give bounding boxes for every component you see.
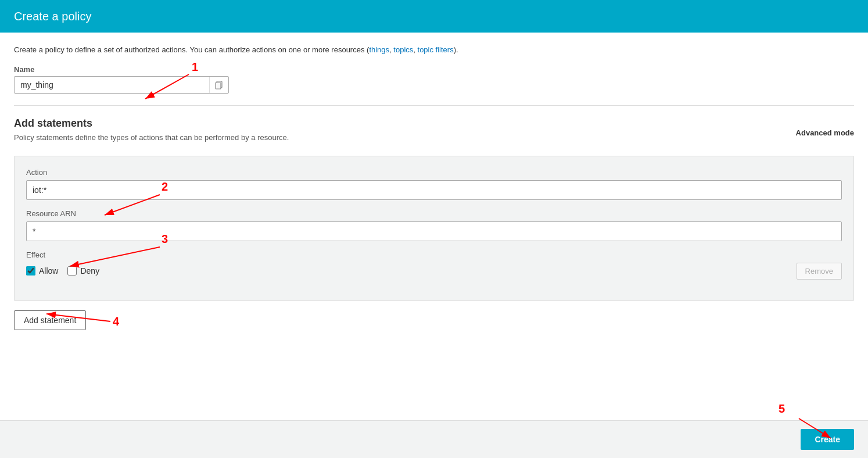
allow-checkbox[interactable] xyxy=(26,266,35,275)
page-header: Create a policy xyxy=(0,0,868,33)
main-content: Create a policy to define a set of autho… xyxy=(0,33,868,351)
add-statement-button[interactable]: Add statement xyxy=(14,310,86,330)
effect-label: Effect xyxy=(26,251,842,259)
name-field-group: Name xyxy=(14,65,854,94)
action-field-group: Action xyxy=(26,168,842,200)
allow-checkbox-label[interactable]: Allow xyxy=(26,266,58,275)
description-text: Create a policy to define a set of autho… xyxy=(14,44,854,56)
effect-row: Allow Deny Remove xyxy=(26,263,842,280)
svg-text:5: 5 xyxy=(779,402,785,415)
add-statements-title: Add statements xyxy=(14,117,289,130)
topics-link[interactable]: topics xyxy=(393,45,413,54)
resource-arn-field-group: Resource ARN xyxy=(26,209,842,241)
divider xyxy=(14,105,854,106)
topic-filters-link[interactable]: topic filters xyxy=(418,45,454,54)
name-input[interactable] xyxy=(15,77,209,93)
effect-field-group: Effect Allow Deny Remove xyxy=(26,251,842,280)
page-title: Create a policy xyxy=(14,10,91,23)
bottom-bar: Create xyxy=(0,420,868,458)
deny-label: Deny xyxy=(80,266,99,275)
name-input-wrapper xyxy=(14,76,229,94)
clipboard-icon[interactable] xyxy=(209,77,228,93)
resource-arn-label: Resource ARN xyxy=(26,209,842,218)
action-input[interactable] xyxy=(26,180,842,200)
allow-label: Allow xyxy=(39,266,58,275)
effect-checkboxes: Allow Deny xyxy=(26,266,99,275)
add-statements-header: Add statements Policy statements define … xyxy=(14,117,854,149)
name-label: Name xyxy=(14,65,854,74)
advanced-mode-link[interactable]: Advanced mode xyxy=(796,128,854,137)
deny-checkbox-label[interactable]: Deny xyxy=(67,266,99,275)
deny-checkbox[interactable] xyxy=(67,266,77,275)
things-link[interactable]: things xyxy=(369,45,389,54)
resource-arn-input[interactable] xyxy=(26,221,842,241)
svg-rect-1 xyxy=(216,83,221,89)
remove-button[interactable]: Remove xyxy=(797,263,842,280)
create-button[interactable]: Create xyxy=(801,429,854,450)
add-statements-title-group: Add statements Policy statements define … xyxy=(14,117,289,149)
statement-card: Action Resource ARN Effect Allow xyxy=(14,156,854,301)
action-label: Action xyxy=(26,168,842,177)
add-statements-desc: Policy statements define the types of ac… xyxy=(14,133,289,142)
